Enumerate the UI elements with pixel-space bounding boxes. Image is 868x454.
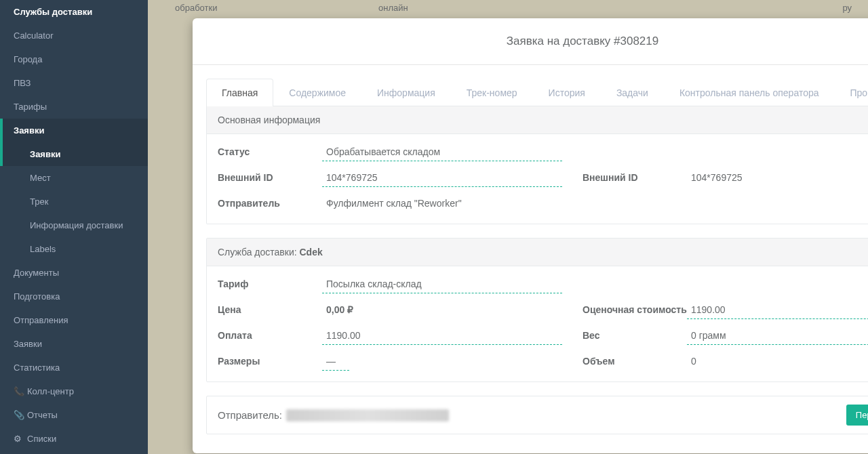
main-content: обработки онлайн ру Рс ру Рс ру Рс ру Рс… (148, 0, 868, 454)
footer-sender-blurred (286, 409, 449, 421)
label-payment: Оплата (218, 329, 322, 341)
heading-service-prefix: Служба доставки: (218, 247, 300, 257)
tab-operator-panel[interactable]: Контрольная панель оператора (664, 79, 835, 106)
sidebar-item-documents[interactable]: Документы (0, 261, 148, 285)
sidebar-item-reports[interactable]: 📎Отчеты (0, 403, 148, 427)
label-external-id: Внешний ID (218, 171, 322, 183)
modal-tabs: Главная Содержимое Информация Трек-номер… (206, 79, 868, 106)
sidebar-item-delivery-services[interactable]: Службы доставки (0, 0, 148, 24)
sidebar-item-requests[interactable]: Заявки (0, 119, 148, 142)
go-to-profile-button[interactable]: Перейти к профилю (846, 405, 868, 426)
value-external-id[interactable]: 104*769725 (322, 171, 562, 187)
gear-icon: ⚙ (14, 434, 23, 444)
sidebar-item-statistics[interactable]: Статистика (0, 356, 148, 379)
tab-tasks[interactable]: Задачи (601, 79, 664, 106)
modal-header: Заявка на доставку #308219 × (193, 18, 868, 65)
label-external-id-2: Внешний ID (583, 171, 687, 183)
sidebar-subitem-labels[interactable]: Labels (0, 237, 148, 261)
modal-title: Заявка на доставку #308219 (206, 35, 868, 48)
tab-transactions[interactable]: Проводки (835, 79, 869, 106)
attachment-icon: 📎 (14, 410, 23, 420)
modal-body: Главная Содержимое Информация Трек-номер… (193, 65, 868, 448)
footer-sender-label: Отправитель: (218, 409, 282, 421)
panel-delivery-service: Служба доставки: Cdek Тариф Посылка скла… (206, 238, 868, 382)
delivery-request-modal: Заявка на доставку #308219 × Главная Сод… (193, 18, 868, 453)
sidebar: Службы доставки Calculator Города ПВЗ Та… (0, 0, 148, 454)
tab-history[interactable]: История (533, 79, 601, 106)
panel-heading-basic: Основная информация (207, 106, 868, 134)
panel-heading-service: Служба доставки: Cdek (207, 239, 868, 266)
sidebar-item-preparation[interactable]: Подготовка (0, 285, 148, 308)
panel-basic-info: Основная информация Статус Обрабатываетс… (206, 106, 868, 224)
sidebar-subitem-track[interactable]: Трек (0, 190, 148, 213)
value-payment[interactable]: 1190.00 (322, 329, 562, 345)
label-price: Цена (218, 303, 322, 315)
value-external-id-2: 104*769725 (687, 171, 868, 187)
sidebar-item-cities[interactable]: Города (0, 47, 148, 71)
phone-icon: 📞 (14, 386, 23, 396)
label-appraised: Оценочная стоимость (583, 303, 687, 315)
value-tariff[interactable]: Посылка склад-склад (322, 277, 562, 293)
sidebar-subitem-delivery-info[interactable]: Информация доставки (0, 213, 148, 237)
sidebar-item-tariffs[interactable]: Тарифы (0, 95, 148, 119)
value-volume: 0 (687, 354, 868, 371)
tab-main[interactable]: Главная (206, 79, 273, 106)
sidebar-item-requests-2[interactable]: Заявки (0, 332, 148, 356)
sidebar-subitem-places[interactable]: Мест (0, 166, 148, 190)
sidebar-item-callcenter[interactable]: 📞Колл-центр (0, 379, 148, 403)
label-volume: Объем (583, 354, 687, 367)
tab-track[interactable]: Трек-номер (451, 79, 533, 106)
sidebar-item-shipments[interactable]: Отправления (0, 308, 148, 332)
value-price: 0,00 ₽ (322, 303, 562, 319)
heading-service-name: Cdek (300, 247, 323, 257)
label-dimensions: Размеры (218, 354, 322, 367)
value-appraised[interactable]: 1190.00 (687, 303, 868, 319)
sidebar-item-pvz[interactable]: ПВЗ (0, 71, 148, 95)
label-weight: Вес (583, 329, 687, 341)
sender-footer: Отправитель: Перейти к профилю (206, 396, 868, 434)
tab-info[interactable]: Информация (361, 79, 451, 106)
label-status: Статус (218, 145, 322, 157)
tab-contents[interactable]: Содержимое (273, 79, 361, 106)
label-sender: Отправитель (218, 197, 322, 209)
sidebar-subitem-requests[interactable]: Заявки (0, 142, 148, 166)
label-tariff: Тариф (218, 277, 322, 289)
sidebar-item-lists[interactable]: ⚙Списки (0, 427, 148, 451)
value-sender: Фулфилмент склад "Reworker" (322, 197, 562, 213)
value-dimensions[interactable]: — (322, 354, 349, 371)
value-weight[interactable]: 0 грамм (687, 329, 868, 345)
value-status[interactable]: Обрабатывается складом (322, 145, 562, 161)
sidebar-item-calculator[interactable]: Calculator (0, 24, 148, 47)
